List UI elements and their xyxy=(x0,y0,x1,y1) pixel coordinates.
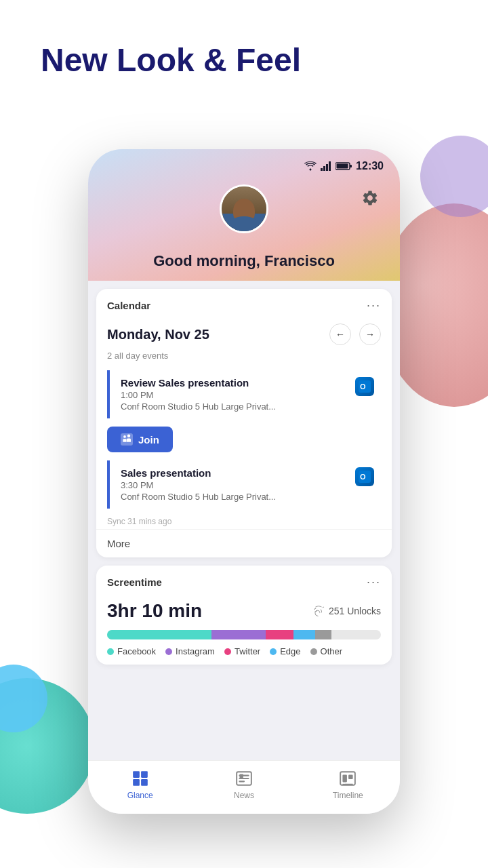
screentime-more-button[interactable]: ··· xyxy=(367,575,381,589)
unlocks-count: 251 Unlocks xyxy=(329,606,381,616)
svg-rect-20 xyxy=(239,774,243,778)
screentime-card-header: Screentime ··· xyxy=(96,566,392,595)
status-time: 12:30 xyxy=(356,160,384,172)
svg-rect-2 xyxy=(326,164,328,171)
calendar-nav: ← → xyxy=(329,323,381,345)
nav-glance[interactable]: Glance xyxy=(113,769,167,800)
svg-rect-19 xyxy=(239,781,245,782)
legend-edge: Edge xyxy=(270,646,300,656)
svg-rect-18 xyxy=(239,778,249,779)
glance-label: Glance xyxy=(127,791,153,800)
bar-other xyxy=(315,630,331,639)
svg-rect-5 xyxy=(350,165,352,167)
bar-edge xyxy=(293,630,315,639)
calendar-event-2[interactable]: Sales presentation 3:30 PM Conf Room Stu… xyxy=(107,460,381,509)
event-2-title: Sales presentation xyxy=(121,467,370,479)
glance-icon xyxy=(131,769,150,788)
svg-rect-23 xyxy=(348,775,353,780)
bg-decoration-purple xyxy=(420,136,488,217)
news-icon xyxy=(235,769,253,788)
all-day-events-label: 2 all day events xyxy=(96,351,392,368)
more-link[interactable]: More xyxy=(96,529,392,557)
legend-twitter: Twitter xyxy=(224,646,260,656)
wifi-icon xyxy=(304,161,317,171)
greeting-text: Good morning, Francisco xyxy=(88,247,400,281)
join-button[interactable]: Join xyxy=(107,427,173,452)
other-label: Other xyxy=(321,646,343,656)
svg-text:O: O xyxy=(360,382,366,391)
svg-rect-15 xyxy=(141,779,148,786)
svg-rect-14 xyxy=(133,779,140,786)
screentime-progress-bar xyxy=(107,630,381,639)
facebook-dot xyxy=(107,648,114,655)
svg-rect-22 xyxy=(343,775,348,783)
phone-mockup: 12:30 Good morning, Francisco Calendar ·… xyxy=(88,149,400,814)
svg-rect-13 xyxy=(141,771,148,778)
calendar-card-header: Calendar ··· xyxy=(96,289,392,318)
edge-dot xyxy=(270,648,277,655)
avatar xyxy=(220,184,268,233)
calendar-prev-button[interactable]: ← xyxy=(329,323,351,345)
timeline-icon xyxy=(338,769,357,788)
calendar-more-button[interactable]: ··· xyxy=(367,298,381,313)
screentime-top: 3hr 10 min 251 Unlocks xyxy=(107,600,381,622)
calendar-section-title: Calendar xyxy=(107,300,150,311)
event-1-location: Conf Room Studio 5 Hub Large Privat... xyxy=(121,401,370,412)
legend-instagram: Instagram xyxy=(165,646,215,656)
teams-icon xyxy=(121,433,133,446)
svg-rect-12 xyxy=(133,771,140,778)
phone-content[interactable]: Calendar ··· Monday, Nov 25 ← → 2 all da… xyxy=(88,281,400,760)
outlook-icon-1: O xyxy=(355,377,374,396)
bottom-nav: Glance News xyxy=(88,760,400,814)
facebook-label: Facebook xyxy=(117,646,156,656)
other-dot xyxy=(310,648,317,655)
nav-timeline[interactable]: Timeline xyxy=(321,769,375,800)
signal-icon xyxy=(321,161,331,171)
bar-instagram xyxy=(211,630,266,639)
calendar-date: Monday, Nov 25 xyxy=(107,327,209,342)
svg-rect-3 xyxy=(329,161,331,171)
news-label: News xyxy=(234,791,254,800)
legend-other: Other xyxy=(310,646,343,656)
edge-label: Edge xyxy=(280,646,300,656)
svg-rect-6 xyxy=(337,164,348,169)
event-2-time: 3:30 PM xyxy=(121,480,370,490)
page-title: New Look & Feel xyxy=(41,41,301,80)
timeline-label: Timeline xyxy=(333,791,363,800)
bar-twitter xyxy=(266,630,293,639)
screentime-main: 3hr 10 min 251 Unlocks xyxy=(96,595,392,665)
legend-facebook: Facebook xyxy=(107,646,156,656)
svg-rect-1 xyxy=(323,166,325,171)
screentime-unlocks: 251 Unlocks xyxy=(312,605,381,617)
event-1-title: Review Sales presentation xyxy=(121,377,370,389)
outlook-icon-2: O xyxy=(355,467,374,486)
battery-icon xyxy=(336,162,352,170)
calendar-next-button[interactable]: → xyxy=(359,323,381,345)
twitter-label: Twitter xyxy=(235,646,260,656)
app-header xyxy=(88,178,400,247)
fingerprint-icon xyxy=(312,605,325,617)
calendar-date-row: Monday, Nov 25 ← → xyxy=(96,318,392,351)
svg-rect-0 xyxy=(321,168,323,171)
screentime-total: 3hr 10 min xyxy=(107,600,202,622)
event-1-time: 1:00 PM xyxy=(121,390,370,400)
status-bar: 12:30 xyxy=(88,149,400,178)
svg-text:O: O xyxy=(360,473,366,481)
calendar-event-1[interactable]: Review Sales presentation 1:00 PM Conf R… xyxy=(107,370,381,418)
gear-icon xyxy=(361,189,379,207)
event-2-location: Conf Room Studio 5 Hub Large Privat... xyxy=(121,492,370,502)
screentime-section-title: Screentime xyxy=(107,576,162,588)
bar-facebook xyxy=(107,630,211,639)
instagram-label: Instagram xyxy=(176,646,215,656)
calendar-card: Calendar ··· Monday, Nov 25 ← → 2 all da… xyxy=(96,289,392,557)
instagram-dot xyxy=(165,648,172,655)
phone-header: 12:30 Good morning, Francisco xyxy=(88,149,400,281)
nav-news[interactable]: News xyxy=(217,769,271,800)
settings-button[interactable] xyxy=(357,184,384,212)
screentime-card: Screentime ··· 3hr 10 min 251 Unlocks xyxy=(96,566,392,665)
join-label: Join xyxy=(138,434,159,446)
screentime-legend: Facebook Instagram Twitter Edge xyxy=(107,646,381,656)
sync-text: Sync 31 mins ago xyxy=(96,511,392,529)
status-icons: 12:30 xyxy=(304,160,384,172)
twitter-dot xyxy=(224,648,231,655)
